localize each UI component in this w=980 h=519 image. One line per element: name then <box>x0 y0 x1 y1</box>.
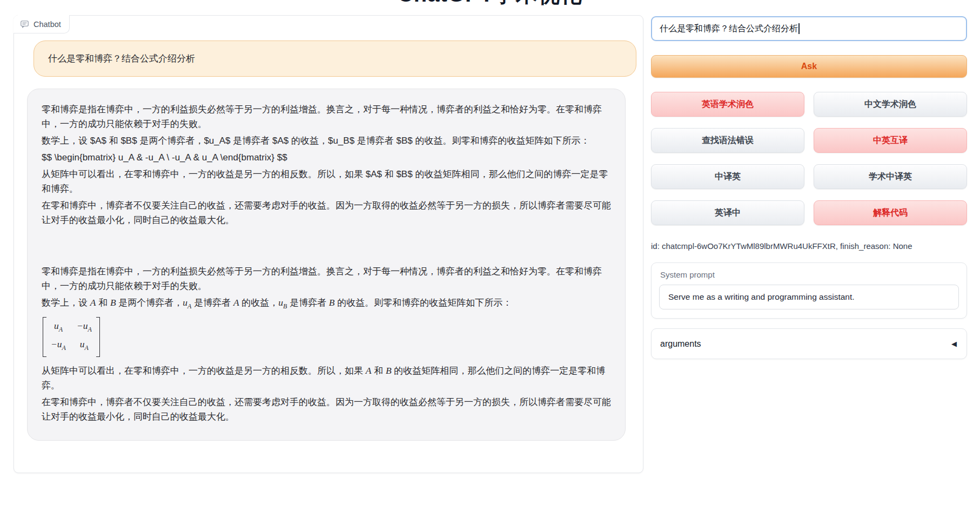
answer-gap <box>42 230 611 264</box>
payoff-matrix-line: uA −uA −uA uA <box>42 316 611 361</box>
system-prompt-value: Serve me as a writing and programming as… <box>668 292 855 302</box>
bot-raw-line: 数学上，设 $A$ 和 $B$ 是两个博弈者，$u_A$ 是博弈者 $A$ 的收… <box>42 133 611 148</box>
bot-rendered-math-line: 数学上，设 A 和 B 是两个博弈者，uA 是博弈者 A 的收益，uB 是博弈者… <box>42 295 611 314</box>
user-message-bubble: 什么是零和博弈？结合公式介绍分析 <box>33 41 636 77</box>
bot-rendered-line: 在零和博弈中，博弈者不仅要关注自己的收益，还需要考虑对手的收益。因为一方取得的收… <box>42 395 611 424</box>
zh-to-en-translate-button[interactable]: 中译英 <box>651 164 804 189</box>
page-title-clipped: ChatGPT学术优化 <box>0 0 980 7</box>
chatbot-label-text: Chatbot <box>33 20 61 29</box>
action-button-grid: 英语学术润色 中文学术润色 查找语法错误 中英互译 中译英 学术中译英 英译中 … <box>651 92 967 225</box>
en-to-zh-translate-button[interactable]: 英译中 <box>651 200 804 225</box>
chinese-academic-polish-button[interactable]: 中文学术润色 <box>814 92 967 117</box>
matrix-right-bracket <box>96 317 100 357</box>
question-input[interactable]: 什么是零和博弈？结合公式介绍分析 <box>651 16 967 41</box>
bot-raw-line: 零和博弈是指在博弈中，一方的利益损失必然等于另一方的利益增益。换言之，对于每一种… <box>42 102 611 131</box>
bot-raw-line: 从矩阵中可以看出，在零和博弈中，一方的收益是另一方的相反数。所以，如果 $A$ … <box>42 167 611 196</box>
question-input-value: 什么是零和博弈？结合公式介绍分析 <box>660 23 798 35</box>
ask-button[interactable]: Ask <box>651 55 967 78</box>
system-prompt-group: System prompt Serve me as a writing and … <box>651 262 967 319</box>
chatbot-label: Chatbot <box>14 15 70 33</box>
chat-bubble-icon <box>20 19 29 29</box>
chatbot-panel: Chatbot 什么是零和博弈？结合公式介绍分析 零和博弈是指在博弈中，一方的利… <box>14 15 643 473</box>
find-grammar-errors-button[interactable]: 查找语法错误 <box>651 128 804 153</box>
zh-en-mutual-translate-button[interactable]: 中英互译 <box>814 128 967 153</box>
academic-zh-to-en-button[interactable]: 学术中译英 <box>814 164 967 189</box>
payoff-matrix: uA −uA −uA uA <box>43 317 100 357</box>
bot-rendered-line: 零和博弈是指在博弈中，一方的利益损失必然等于另一方的利益增益。换言之，对于每一种… <box>42 264 611 293</box>
bot-raw-line: 在零和博弈中，博弈者不仅要关注自己的收益，还需要考虑对手的收益。因为一方取得的收… <box>42 198 611 227</box>
page-title: ChatGPT学术优化 <box>0 0 980 7</box>
bot-message-bubble: 零和博弈是指在博弈中，一方的利益损失必然等于另一方的利益增益。换言之，对于每一种… <box>27 89 626 441</box>
chat-messages: 什么是零和博弈？结合公式介绍分析 零和博弈是指在博弈中，一方的利益损失必然等于另… <box>14 16 643 441</box>
system-prompt-input[interactable]: Serve me as a writing and programming as… <box>659 285 959 309</box>
arguments-accordion[interactable]: arguments ◀ <box>651 328 967 359</box>
explain-code-button[interactable]: 解释代码 <box>814 200 967 225</box>
system-prompt-label: System prompt <box>659 270 959 279</box>
bot-raw-latex-line: $$ \begin{bmatrix} u_A & -u_A \ -u_A & u… <box>42 150 611 165</box>
english-academic-polish-button[interactable]: 英语学术润色 <box>651 92 804 117</box>
controls-column: 什么是零和博弈？结合公式介绍分析 Ask 英语学术润色 中文学术润色 查找语法错… <box>651 16 967 359</box>
accordion-collapsed-arrow-icon: ◀ <box>951 340 957 348</box>
user-message-text: 什么是零和博弈？结合公式介绍分析 <box>48 53 195 64</box>
text-cursor <box>798 23 800 34</box>
arguments-accordion-label: arguments <box>660 339 701 349</box>
bot-rendered-line: 从矩阵中可以看出，在零和博弈中，一方的收益是另一方的相反数。所以，如果 A 和 … <box>42 363 611 393</box>
response-status-line: id: chatcmpl-6wOo7KrYTwMl89lbrMWRu4UkFFX… <box>651 241 967 251</box>
matrix-left-bracket <box>43 317 46 357</box>
